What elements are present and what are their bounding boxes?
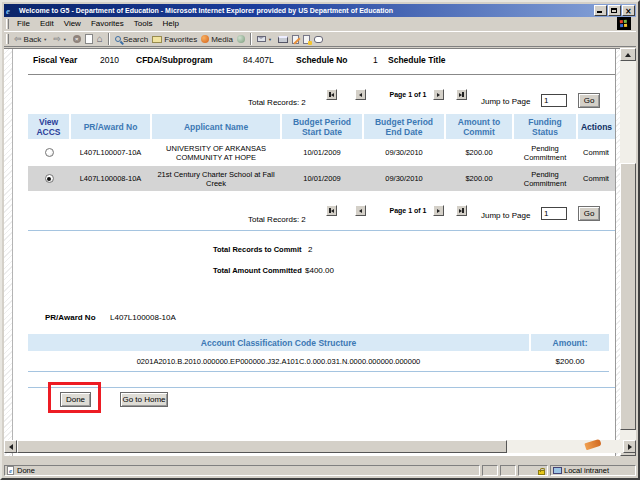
jump-to-page-label-bottom: Jump to Page (481, 211, 530, 220)
horizontal-scroll-thumb[interactable] (17, 440, 507, 453)
go-button[interactable]: Go (578, 93, 600, 108)
forward-button[interactable]: ⇨ ▼ (53, 35, 69, 44)
discuss-button[interactable] (303, 35, 310, 44)
history-icon (237, 35, 245, 43)
col-actions: Actions (577, 114, 615, 140)
restore-button[interactable] (608, 5, 621, 16)
history-button[interactable] (237, 35, 245, 43)
scroll-up-button[interactable] (620, 48, 636, 61)
page-viewport: Fiscal Year 2010 CFDA/Subprogram 84.407L… (4, 48, 624, 456)
col-view-accs: View ACCS (28, 114, 70, 140)
mail-dropdown-icon[interactable]: ▼ (268, 37, 272, 42)
messenger-button[interactable] (314, 36, 323, 43)
table-row: L407L100007-10A UNIVERSITY OF ARKANSAS C… (28, 140, 615, 165)
total-records: Total Records: 2 (248, 98, 306, 107)
col-pr-award: PR/Award No (70, 114, 151, 140)
back-dropdown-icon[interactable]: ▼ (43, 37, 47, 42)
horizontal-scrollbar[interactable] (4, 440, 636, 453)
print-button[interactable] (278, 36, 288, 43)
prev-page-button-bottom[interactable] (355, 205, 366, 216)
row1-start: 10/01/2009 (281, 140, 363, 165)
vertical-scrollbar[interactable] (620, 48, 636, 456)
total-amount-committed-value: $400.00 (305, 266, 334, 275)
schedule-title-label: Schedule Title (388, 55, 445, 65)
back-button[interactable]: ⇦ Back ▼ (14, 35, 49, 44)
row2-commit-action[interactable]: Commit (577, 165, 615, 191)
status-panel-spacer2 (500, 465, 516, 476)
page-indicator: Page 1 of 1 (383, 91, 433, 98)
total-records-commit-value: 2 (308, 245, 312, 254)
mail-button[interactable]: ▼ (257, 36, 274, 42)
close-button[interactable]: × (622, 5, 635, 16)
stop-button[interactable]: × (73, 35, 81, 43)
refresh-button[interactable] (85, 34, 93, 44)
status-text: Done (17, 466, 35, 475)
media-button[interactable]: Media (201, 35, 233, 44)
accs-code-header: Account Classification Code Structure (28, 334, 529, 351)
done-button[interactable]: Done (60, 392, 91, 407)
status-panel-spacer (482, 465, 498, 476)
col-applicant: Applicant Name (151, 114, 281, 140)
row2-radio[interactable] (45, 174, 54, 183)
row1-applicant: UNIVERSITY OF ARKANSAS COMMUNITY AT HOPE (151, 140, 281, 165)
menu-file[interactable]: File (12, 18, 35, 30)
first-page-button-bottom[interactable] (326, 205, 337, 216)
favorites-button[interactable]: Favorites (152, 35, 197, 44)
row1-commit-action[interactable]: Commit (577, 140, 615, 165)
stop-icon: × (73, 35, 81, 43)
scroll-right-button[interactable] (623, 440, 636, 453)
col-funding-status: Funding Status (513, 114, 577, 140)
page-status-icon: e (7, 466, 14, 475)
minimize-button[interactable] (594, 5, 607, 16)
menubar-grip[interactable] (6, 19, 9, 29)
zone-panel: Local intranet (550, 465, 636, 476)
last-page-button-bottom[interactable] (456, 205, 467, 216)
title-bar: e Welcome to G5 - Department of Educatio… (4, 4, 636, 17)
schedule-no-value: 1 (373, 55, 378, 65)
total-amount-committed-label: Total Amount Committed (213, 266, 302, 275)
back-icon: ⇦ (14, 35, 22, 44)
search-button[interactable]: Search (115, 35, 148, 44)
windows-logo (617, 17, 631, 30)
jump-to-page-input-bottom[interactable] (541, 207, 567, 220)
menu-favorites[interactable]: Favorites (86, 18, 129, 30)
total-records-commit-label: Total Records to Commit (213, 245, 302, 254)
status-bar: e Done Local intranet (4, 464, 636, 476)
edit-icon (292, 35, 299, 44)
ie-icon: e (6, 6, 16, 16)
first-page-button[interactable] (326, 89, 337, 100)
scroll-left-button[interactable] (4, 440, 17, 453)
search-icon (115, 36, 121, 42)
security-panel (518, 465, 548, 476)
intranet-icon (553, 467, 562, 474)
go-button-bottom[interactable]: Go (578, 206, 600, 221)
divider (28, 74, 615, 75)
accs-code-value: 0201A2010.B.2010.000000.EP000000.J32.A10… (28, 357, 529, 366)
next-page-button[interactable] (433, 89, 444, 100)
forward-icon: ⇨ (53, 35, 61, 44)
jump-to-page-input[interactable] (541, 94, 567, 107)
cfda-value: 84.407L (243, 55, 274, 65)
messenger-icon (314, 36, 323, 43)
edit-button[interactable] (292, 35, 299, 44)
vertical-scroll-thumb[interactable] (620, 163, 636, 430)
home-button[interactable]: ⌂ (97, 34, 103, 44)
go-to-home-button[interactable]: Go to Home (120, 392, 168, 407)
row1-radio[interactable] (45, 148, 54, 157)
menu-tools[interactable]: Tools (129, 18, 158, 30)
menu-view[interactable]: View (59, 18, 86, 30)
forward-dropdown-icon[interactable]: ▼ (63, 37, 67, 42)
page-indicator-bottom: Page 1 of 1 (383, 207, 433, 214)
browser-window: e Welcome to G5 - Department of Educatio… (0, 0, 640, 480)
cursor-graphic (584, 439, 601, 451)
commit-table: View ACCS PR/Award No Applicant Name Bud… (28, 114, 615, 191)
next-page-button-bottom[interactable] (433, 205, 444, 216)
menu-help[interactable]: Help (157, 18, 183, 30)
toolbar-grip[interactable] (6, 34, 9, 44)
prev-page-button[interactable] (355, 89, 366, 100)
last-page-button[interactable] (456, 89, 467, 100)
discuss-icon (303, 35, 310, 44)
menu-edit[interactable]: Edit (35, 18, 59, 30)
cfda-label: CFDA/Subprogram (136, 55, 213, 65)
row2-status: Pending Commitment (513, 165, 577, 191)
